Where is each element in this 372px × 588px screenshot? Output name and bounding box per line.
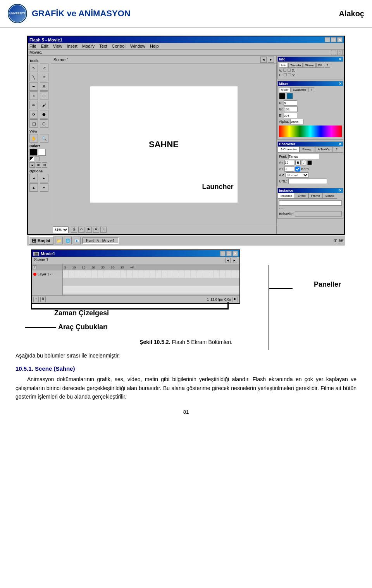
menu-window[interactable]: Window (130, 44, 145, 48)
tab-effect[interactable]: Effect (295, 193, 308, 199)
menu-modify[interactable]: Modify (82, 44, 95, 48)
maximize-button[interactable]: □ (331, 37, 336, 42)
tab-swatches[interactable]: Swatches (291, 87, 308, 92)
timeline-maximize[interactable]: □ (226, 251, 232, 256)
tool-ink[interactable]: ◫ (29, 119, 38, 128)
tab-transIn[interactable]: TransIn (288, 63, 303, 68)
mixer-close[interactable]: ✕ (339, 82, 342, 86)
add-layer-btn[interactable]: + (33, 265, 36, 269)
pattern-fill[interactable]: ▧ (42, 162, 47, 168)
text-color[interactable] (307, 160, 312, 165)
gradient-fill[interactable]: ▦ (36, 162, 41, 168)
url-input[interactable] (288, 179, 327, 184)
solid-fill[interactable]: ■ (29, 162, 35, 168)
scene-btn-2[interactable]: ► (268, 57, 274, 63)
scene-nav-2[interactable]: ► (232, 258, 237, 263)
size-input[interactable] (284, 160, 294, 165)
character-close[interactable]: ✕ (339, 142, 342, 146)
b-input[interactable] (284, 113, 297, 118)
print-btn[interactable]: 🖨 (71, 227, 77, 233)
tool-hand[interactable]: ✋ (29, 134, 38, 143)
behavior-select[interactable] (295, 211, 342, 217)
tab-char-character[interactable]: A Character (278, 146, 300, 152)
play-btn[interactable]: ▶ (232, 297, 238, 302)
tab-char-paragraph[interactable]: Paragr. (300, 146, 315, 152)
option-4[interactable]: ▼ (40, 183, 48, 192)
menu-insert[interactable]: Insert (67, 44, 78, 48)
tab-instance[interactable]: Instance (278, 193, 295, 199)
tool-pen[interactable]: ✒ (29, 82, 38, 91)
kern-checkbox[interactable] (295, 167, 300, 172)
menu-edit[interactable]: Edit (41, 44, 48, 48)
option-1[interactable]: ◄ (29, 174, 38, 182)
stroke-color[interactable] (29, 149, 37, 156)
tool-rect[interactable]: □ (40, 91, 48, 100)
tool-brush[interactable]: 🖌 (40, 101, 48, 109)
italic-btn[interactable]: I (302, 160, 306, 165)
baseline-select[interactable]: Normal (286, 172, 309, 178)
tool-line[interactable]: ╲ (29, 73, 38, 81)
instance-name-input[interactable] (279, 200, 342, 206)
minimize-button[interactable]: _ (325, 37, 330, 42)
tool-fill[interactable]: ⬟ (40, 110, 48, 119)
movie-maximize[interactable]: □ (337, 50, 343, 55)
add-btn[interactable]: + (33, 297, 39, 302)
menu-view[interactable]: View (53, 44, 62, 48)
quick-btn-1[interactable]: 📁 (55, 237, 63, 244)
g-input[interactable] (284, 107, 298, 112)
option-2[interactable]: ► (40, 174, 48, 182)
mixer-stroke-color[interactable] (279, 93, 285, 99)
tracking-input[interactable] (284, 166, 294, 172)
tab-sound[interactable]: Sound (323, 193, 337, 199)
start-button[interactable]: ⊞ Başlat (29, 236, 53, 245)
menu-help[interactable]: Help (150, 44, 159, 48)
char-btn[interactable]: A (78, 227, 84, 233)
alpha-input[interactable] (290, 119, 304, 124)
debug-btn[interactable]: ⚙ (93, 227, 99, 233)
tab-frame[interactable]: Frame (308, 193, 323, 199)
swap-colors[interactable] (29, 156, 34, 161)
timeline-close[interactable]: ✕ (232, 251, 238, 256)
tab-mixer-help[interactable]: ? (308, 87, 314, 92)
scene-btn-1[interactable]: ◄ (260, 57, 267, 63)
tab-fill[interactable]: Fill (316, 63, 324, 68)
tool-subselect[interactable]: ↗ (40, 64, 48, 72)
instance-close[interactable]: ✕ (339, 189, 342, 193)
menu-control[interactable]: Control (112, 44, 125, 48)
zoom-select[interactable]: 81% (53, 226, 69, 233)
tab-mixer[interactable]: Mixer (279, 87, 291, 92)
tab-char-help[interactable]: ? (333, 146, 340, 152)
menu-file[interactable]: File (29, 44, 36, 48)
font-input[interactable] (288, 154, 319, 159)
scene-nav-1[interactable]: ◄ (225, 258, 231, 263)
tool-arrow[interactable]: ↖ (29, 64, 38, 72)
mixer-fill-color[interactable] (287, 93, 293, 99)
tab-stroke[interactable]: Stroke (303, 63, 316, 68)
option-3[interactable]: ▲ (29, 183, 38, 192)
del-btn[interactable]: 🗑 (40, 297, 46, 302)
no-color[interactable] (35, 156, 40, 161)
quick-btn-3[interactable]: 📧 (73, 237, 81, 244)
tab-info[interactable]: Info (279, 63, 288, 68)
timeline-minimize[interactable]: _ (220, 251, 226, 256)
tool-pencil[interactable]: ✏ (29, 101, 38, 109)
close-button[interactable]: ✕ (337, 37, 343, 42)
tab-info-help[interactable]: ? (325, 63, 330, 68)
tool-transform[interactable]: ⟳ (29, 110, 38, 119)
tab-char-textop[interactable]: A TextOp (315, 146, 333, 152)
menu-text[interactable]: Text (99, 44, 107, 48)
tool-text[interactable]: A (40, 82, 48, 91)
info-panel-close[interactable]: ✕ (339, 57, 342, 61)
other-btn[interactable]: ? (100, 227, 107, 233)
tool-oval[interactable]: ○ (29, 91, 38, 100)
bold-btn[interactable]: B (295, 160, 301, 165)
tool-lasso[interactable]: ⌖ (40, 73, 48, 81)
quick-btn-2[interactable]: 🌐 (64, 237, 72, 244)
anim-btn[interactable]: ▶ (86, 227, 92, 233)
tool-zoom[interactable]: 🔍 (40, 134, 48, 143)
tool-paint[interactable]: ⬡ (40, 119, 48, 128)
r-input[interactable] (284, 100, 297, 106)
movie-minimize[interactable]: _ (331, 50, 336, 55)
taskbar-flash-item[interactable]: Flash 5 - Movie1 (82, 237, 119, 244)
fill-color[interactable] (38, 149, 46, 156)
